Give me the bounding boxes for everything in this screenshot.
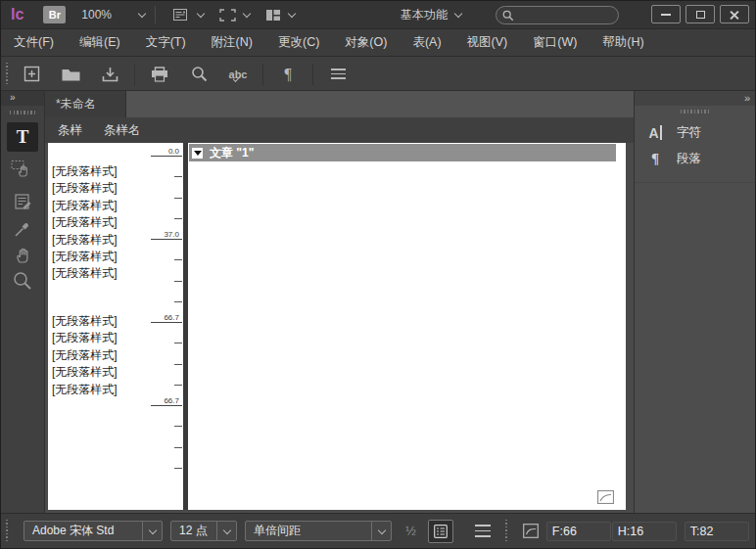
paragraph-style-label: [无段落样式]	[52, 214, 118, 231]
eyedropper-icon	[13, 218, 33, 239]
incopy-logo-icon: Ic	[11, 6, 24, 23]
print-button[interactable]	[141, 62, 178, 87]
chevron-down-icon	[138, 9, 146, 17]
search-icon	[191, 66, 208, 82]
zoom-tool-button[interactable]	[7, 268, 38, 294]
toolbar-menu-button[interactable]	[319, 62, 356, 87]
tools-panel: » T	[1, 91, 45, 513]
character-panel-button[interactable]: A 字符	[635, 119, 755, 146]
menu-file[interactable]: 文件(F)	[1, 29, 67, 56]
font-size-value: 12 点	[171, 523, 216, 539]
menu-object[interactable]: 对象(O)	[332, 29, 400, 56]
view-options-dropdown[interactable]	[173, 9, 204, 22]
new-document-button[interactable]	[13, 62, 50, 87]
tools-grip-handle[interactable]	[10, 111, 35, 114]
copyfit-counter-f: F:66	[546, 522, 611, 541]
paragraph-style-label: [无段落样式]	[52, 313, 118, 330]
type-tool-button[interactable]: T	[7, 122, 38, 152]
panel-dock: » A 字符 ¶ 段落	[634, 91, 755, 513]
story-area[interactable]: 文章 "1"	[188, 143, 626, 510]
spellcheck-button[interactable]: abc	[219, 62, 257, 87]
toolbar-grip-handle[interactable]	[6, 63, 12, 86]
paragraph-panel-button[interactable]: ¶ 段落	[635, 146, 755, 172]
character-icon: A	[644, 125, 666, 141]
expand-toolbar-button[interactable]: »	[1, 91, 44, 106]
paragraph-style-label: [无段落样式]	[52, 330, 118, 346]
open-button[interactable]	[52, 62, 89, 87]
menu-table[interactable]: 表(A)	[400, 29, 453, 56]
statusbar-grip-handle[interactable]	[505, 520, 511, 543]
arrange-documents-dropdown[interactable]	[265, 9, 295, 22]
find-button[interactable]	[180, 62, 217, 87]
leading-dropdown[interactable]: 单倍间距	[245, 521, 392, 541]
ruler-label: 66.7	[164, 396, 179, 405]
incopy-window: Ic Br 100% 基本功能 文件(F) 编辑(E) 文字(T)	[0, 0, 756, 549]
screen-mode-dropdown[interactable]	[219, 9, 250, 22]
triangle-down-icon	[194, 151, 202, 156]
view-tab-galley[interactable]: 条样	[58, 122, 82, 139]
overset-indicator-icon[interactable]	[597, 490, 614, 504]
copyfit-page-icon	[523, 524, 539, 538]
statusbar: Adobe 宋体 Std 12 点 单倍间距 ½ F:66 H:16 T:82	[1, 513, 755, 548]
story-title: 文章 "1"	[210, 145, 254, 161]
close-button[interactable]	[720, 5, 749, 23]
chevron-down-icon	[288, 9, 296, 17]
position-tool-button[interactable]	[7, 156, 38, 181]
dock-grip-handle[interactable]	[681, 110, 710, 114]
position-tool-icon	[11, 159, 34, 178]
paragraph-panel-label: 段落	[677, 151, 701, 167]
menu-changes[interactable]: 更改(C)	[265, 29, 332, 56]
menu-help[interactable]: 帮助(H)	[590, 29, 656, 56]
search-box[interactable]	[496, 6, 619, 24]
menu-edit[interactable]: 编辑(E)	[67, 29, 133, 56]
view-options-icon	[173, 9, 190, 22]
note-tool-button[interactable]	[7, 189, 38, 214]
chevron-down-icon	[142, 522, 162, 540]
minimize-button[interactable]	[651, 5, 681, 23]
paragraph-icon: ¶	[644, 151, 666, 167]
divider	[134, 64, 135, 85]
menu-view[interactable]: 视图(V)	[454, 29, 521, 56]
document-tab[interactable]: *未命名	[45, 91, 126, 117]
character-panel-label: 字符	[677, 124, 701, 141]
font-size-dropdown[interactable]: 12 点	[170, 521, 237, 541]
eyedropper-tool-button[interactable]	[7, 215, 38, 241]
hand-tool-button[interactable]	[7, 242, 38, 267]
collapse-dock-button[interactable]: »	[744, 92, 748, 104]
maximize-button[interactable]	[685, 5, 715, 23]
ruler-label: 66.7	[164, 313, 179, 322]
leading-value: 单倍间距	[246, 523, 371, 539]
bridge-button[interactable]: Br	[43, 6, 66, 23]
divider	[155, 6, 156, 23]
chevron-down-icon	[371, 522, 391, 540]
workspace-switcher[interactable]: 基本功能	[401, 7, 461, 23]
statusbar-grip-handle[interactable]	[6, 520, 12, 543]
ruler-label: 37.0	[164, 230, 179, 239]
paragraph-style-label: [无段落样式]	[52, 265, 118, 282]
menu-window[interactable]: 窗口(W)	[520, 29, 590, 56]
hidden-characters-button[interactable]: ¶	[269, 62, 307, 87]
menubar: 文件(F) 编辑(E) 文字(T) 附注(N) 更改(C) 对象(O) 表(A)…	[1, 29, 755, 57]
save-button[interactable]	[91, 62, 128, 87]
menu-notes[interactable]: 附注(N)	[199, 29, 265, 56]
view-tab-story[interactable]: 条样名	[104, 122, 141, 139]
story-collapse-button[interactable]	[192, 148, 203, 159]
info-column-toggle-button[interactable]	[428, 520, 453, 543]
font-family-value: Adobe 宋体 Std	[24, 523, 142, 539]
zoom-tool-icon	[13, 271, 32, 291]
statusbar-menu-button[interactable]	[475, 525, 491, 536]
line-numbers-button[interactable]: ½	[405, 524, 416, 538]
menu-type[interactable]: 文字(T)	[133, 29, 199, 56]
paragraph-style-label: [无段落样式]	[52, 249, 118, 265]
story-header-bar: 文章 "1"	[189, 144, 616, 161]
hand-tool-icon	[13, 245, 33, 265]
paragraph-style-label: [无段落样式]	[52, 347, 118, 364]
paragraph-style-label: [无段落样式]	[52, 382, 118, 398]
new-document-icon	[24, 66, 40, 82]
maximize-icon	[696, 11, 705, 19]
open-folder-icon	[62, 68, 80, 81]
search-input[interactable]	[514, 10, 607, 22]
zoom-level-dropdown[interactable]: 100%	[81, 8, 145, 22]
font-family-dropdown[interactable]: Adobe 宋体 Std	[24, 521, 163, 541]
info-column-icon	[434, 525, 448, 538]
